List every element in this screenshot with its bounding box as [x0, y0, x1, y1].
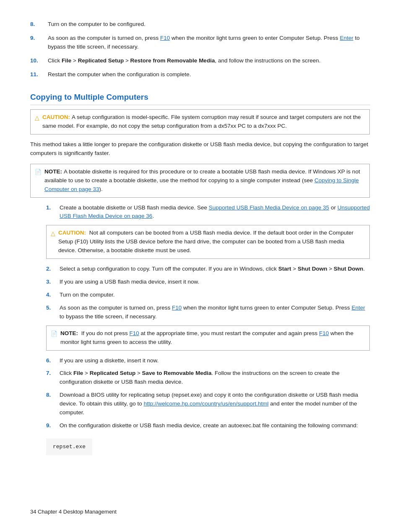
item-text: If you are using a diskette, insert it n… — [60, 356, 370, 365]
caution-text-1: CAUTION:A setup configuration is model-s… — [42, 113, 364, 131]
caution-box-2: △ CAUTION: Not all computers can be boot… — [46, 225, 370, 259]
item-text: Turn on the computer to be configured. — [48, 20, 370, 29]
note-box-1: 📄 NOTE:A bootable diskette is required f… — [30, 164, 370, 198]
sub-item-6: 6. If you are using a diskette, insert i… — [46, 356, 370, 365]
item-text: Click File > Replicated Setup > Save to … — [60, 369, 370, 387]
sub-item-5: 5. As soon as the computer is turned on,… — [46, 304, 370, 321]
item-text: As soon as the computer is turned on, pr… — [60, 304, 370, 321]
f10-link-top[interactable]: F10 — [160, 35, 170, 41]
item-number: 11. — [30, 70, 48, 79]
item-text: As soon as the computer is turned on, pr… — [48, 34, 370, 52]
list-item-11: 11. Restart the computer when the config… — [30, 70, 370, 79]
item-text: Click File > Replicated Setup > Restore … — [48, 57, 370, 65]
code-block: repset.exe — [46, 439, 92, 455]
item-text: If you are using a USB flash media devic… — [60, 278, 370, 287]
item-number: 4. — [46, 291, 60, 300]
item-number: 7. — [46, 369, 60, 387]
sub-numbered-list: 1. Create a bootable diskette or USB fla… — [30, 204, 370, 431]
caution-icon-2: △ — [51, 229, 55, 238]
f10-link-note[interactable]: F10 — [130, 330, 139, 336]
caution-label-1: CAUTION: — [42, 114, 70, 120]
item-number: 1. — [46, 204, 60, 221]
enter-link-top[interactable]: Enter — [340, 35, 353, 41]
list-item-8: 8. Turn on the computer to be configured… — [30, 20, 370, 29]
sub-item-3: 3. If you are using a USB flash media de… — [46, 278, 370, 287]
item-number: 8. — [46, 391, 60, 417]
sub-item-9: 9. On the configuration diskette or USB … — [46, 421, 370, 430]
sub-caution-item: △ CAUTION: Not all computers can be boot… — [46, 225, 370, 259]
single-computer-link[interactable]: Copying to Single Computer on page 33 — [44, 177, 359, 192]
item-text: Turn on the computer. — [60, 291, 370, 300]
item-number: 5. — [46, 304, 60, 321]
item-number: 9. — [30, 34, 48, 52]
caution-label-2: CAUTION: — [58, 230, 86, 236]
sub-note-item: 📄 NOTE: If you do not press F10 at the a… — [46, 325, 370, 351]
item-text: Download a BIOS utility for replicating … — [60, 391, 370, 417]
item-number: 2. — [46, 265, 60, 274]
sub-item-8: 8. Download a BIOS utility for replicati… — [46, 391, 370, 417]
intro-body-text: This method takes a little longer to pre… — [30, 140, 370, 158]
list-item-9: 9. As soon as the computer is turned on,… — [30, 34, 370, 52]
caution-body-1: A setup configuration is model-specific.… — [42, 114, 361, 129]
caution-box-1: △ CAUTION:A setup configuration is model… — [30, 109, 370, 134]
note-text-2: NOTE: If you do not press F10 at the app… — [60, 329, 364, 347]
sub-item-2: 2. Select a setup configuration to copy.… — [46, 265, 370, 274]
list-item-10: 10. Click File > Replicated Setup > Rest… — [30, 57, 370, 65]
note-icon-1: 📄 — [35, 168, 42, 176]
item-text: On the configuration diskette or USB fla… — [60, 421, 370, 430]
page-footer: 34 Chapter 4 Desktop Management — [30, 508, 117, 516]
item-text: Create a bootable diskette or USB flash … — [60, 204, 370, 221]
sub-item-4: 4. Turn on the computer. — [46, 291, 370, 300]
enter-link-sub5[interactable]: Enter — [351, 305, 365, 311]
item-number: 3. — [46, 278, 60, 287]
note-label-2: NOTE: — [60, 330, 78, 336]
note-text-1: NOTE:A bootable diskette is required for… — [44, 168, 364, 194]
item-number: 10. — [30, 57, 48, 65]
supported-usb-link[interactable]: Supported USB Flash Media Device on page… — [209, 204, 329, 211]
item-text: Select a setup configuration to copy. Tu… — [60, 265, 370, 274]
item-number: 9. — [46, 421, 60, 430]
sub-item-1: 1. Create a bootable diskette or USB fla… — [46, 204, 370, 221]
section-title: Copying to Multiple Computers — [30, 91, 370, 105]
hp-support-link[interactable]: http://welcome.hp.com/country/us/en/supp… — [144, 400, 269, 407]
item-text: Restart the computer when the configurat… — [48, 70, 370, 79]
top-numbered-list: 8. Turn on the computer to be configured… — [30, 20, 370, 79]
caution-text-2: CAUTION: Not all computers can be booted… — [58, 229, 364, 255]
sub-item-7: 7. Click File > Replicated Setup > Save … — [46, 369, 370, 387]
caution-icon-1: △ — [35, 114, 39, 123]
note-box-2: 📄 NOTE: If you do not press F10 at the a… — [46, 325, 370, 351]
f10-link-sub5[interactable]: F10 — [172, 305, 182, 311]
f10-link-note2[interactable]: F10 — [319, 330, 329, 336]
item-number: 8. — [30, 20, 48, 29]
item-number: 6. — [46, 356, 60, 365]
note-icon-2: 📄 — [51, 330, 57, 338]
note-label-1: NOTE: — [44, 168, 62, 175]
